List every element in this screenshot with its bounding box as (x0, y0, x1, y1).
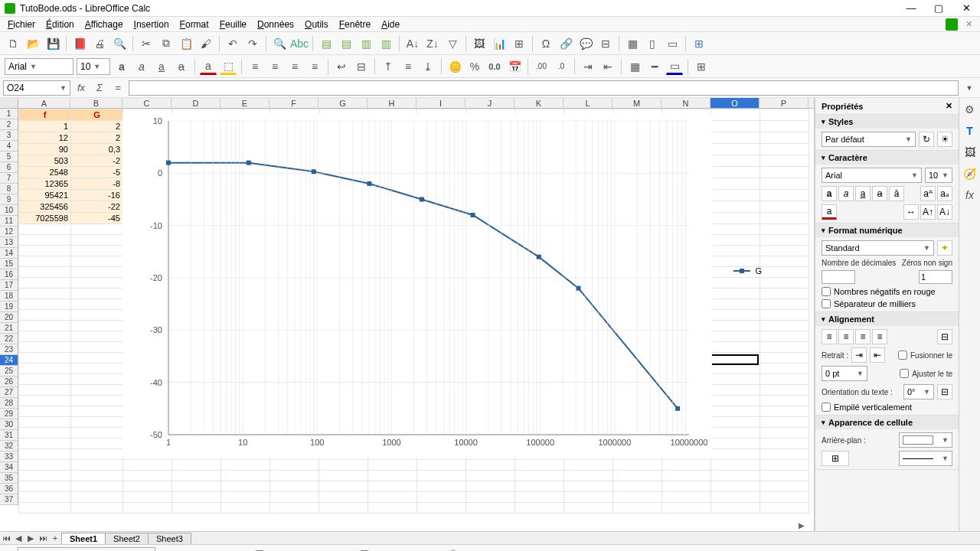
new-style-icon[interactable]: ☀ (937, 132, 952, 147)
cell[interactable] (71, 235, 123, 246)
col-header-K[interactable]: K (514, 98, 564, 108)
underline-icon[interactable]: a (153, 58, 170, 75)
spellcheck-icon[interactable]: Abc (291, 35, 308, 52)
row-header-12[interactable]: 12 (0, 227, 18, 237)
cell[interactable] (71, 353, 123, 364)
cell[interactable]: 0,3 (71, 144, 123, 155)
border-color-icon[interactable]: ▭ (666, 58, 683, 75)
cell[interactable] (71, 299, 123, 310)
cell[interactable] (760, 278, 809, 289)
dec-add-icon[interactable]: .00 (533, 58, 550, 75)
cell[interactable] (711, 201, 760, 213)
cell[interactable] (368, 503, 417, 514)
cell[interactable] (662, 481, 711, 492)
cell[interactable] (19, 503, 71, 514)
row-header-10[interactable]: 10 (0, 205, 18, 216)
borders-icon[interactable]: ▦ (626, 58, 643, 75)
cell[interactable] (760, 385, 809, 396)
menu-format[interactable]: Format (175, 18, 214, 31)
close-doc-icon[interactable]: ✕ (961, 18, 977, 31)
print-preview-icon[interactable]: 🔍 (111, 35, 128, 52)
row-header-21[interactable]: 21 (0, 323, 18, 334)
cell[interactable]: G (71, 109, 123, 121)
cell[interactable] (71, 224, 123, 235)
row-header-33[interactable]: 33 (0, 452, 18, 462)
merge-icon[interactable]: ⊟ (353, 58, 370, 75)
cell[interactable] (172, 503, 221, 514)
sb-sub-icon[interactable]: aₐ (937, 186, 952, 201)
cell[interactable] (71, 428, 123, 439)
styles-panel-icon[interactable]: T (962, 122, 978, 139)
col-header-P[interactable]: P (760, 98, 808, 108)
menu-feuille[interactable]: Feuille (215, 18, 251, 31)
formula-bar[interactable] (129, 80, 959, 96)
cell[interactable]: 2 (71, 121, 123, 132)
col-header-B[interactable]: B (70, 98, 122, 108)
cell[interactable] (71, 364, 123, 374)
properties-panel-icon[interactable]: ⚙ (962, 101, 978, 118)
cell[interactable] (71, 374, 123, 385)
cell[interactable] (711, 503, 760, 514)
sb-shrink-icon[interactable]: A↓ (937, 204, 952, 220)
cell[interactable] (270, 503, 319, 514)
appearance-section-head[interactable]: Apparence de cellule (815, 416, 959, 429)
cell[interactable] (760, 396, 809, 406)
cell[interactable] (760, 460, 809, 471)
row-header-17[interactable]: 17 (0, 280, 18, 291)
tab-next-icon[interactable]: ▶ (24, 533, 37, 543)
pivot-icon[interactable]: ⊞ (511, 35, 528, 52)
cell[interactable] (613, 460, 662, 471)
font-color-icon[interactable]: a (200, 58, 217, 75)
numfmt-section-head[interactable]: Format numérique (815, 223, 959, 237)
cell[interactable] (613, 471, 662, 481)
cell[interactable] (760, 289, 809, 299)
cell[interactable] (760, 310, 809, 321)
cell[interactable] (711, 417, 760, 428)
cell[interactable] (711, 289, 760, 299)
cell[interactable] (172, 481, 221, 492)
cell[interactable] (19, 353, 71, 364)
cell[interactable] (711, 246, 760, 256)
border-line-combo[interactable]: ▼ (899, 451, 952, 466)
row-header-1[interactable]: 1 (0, 109, 18, 119)
strike-icon[interactable]: a (173, 58, 190, 75)
col-delete-icon[interactable]: ▥ (377, 35, 394, 52)
cell[interactable] (760, 374, 809, 385)
cell[interactable] (760, 439, 809, 449)
cell[interactable] (760, 342, 809, 353)
row-header-18[interactable]: 18 (0, 291, 18, 302)
cell[interactable] (760, 190, 809, 201)
cell[interactable] (123, 481, 172, 492)
italic-icon[interactable]: a (133, 58, 150, 75)
col-insert-icon[interactable]: ▥ (358, 35, 374, 52)
row-header-34[interactable]: 34 (0, 462, 18, 473)
update-style-icon[interactable]: ↻ (919, 132, 934, 147)
find-input[interactable]: Rechercher▼ (18, 547, 155, 552)
row-header-11[interactable]: 11 (0, 216, 18, 227)
chart-icon[interactable]: 📊 (491, 35, 508, 52)
row-header-32[interactable]: 32 (0, 441, 18, 452)
cell[interactable] (711, 278, 760, 289)
sb-strike-icon[interactable]: a (872, 186, 887, 201)
maximize-button[interactable]: ▢ (929, 2, 948, 14)
cell[interactable] (71, 331, 123, 342)
sb-size-combo[interactable]: 10▼ (925, 168, 952, 183)
cell[interactable] (417, 492, 466, 503)
bold-icon[interactable]: a (113, 58, 130, 75)
cell[interactable] (564, 471, 613, 481)
thousands-checkbox[interactable]: Séparateur de milliers (822, 299, 952, 308)
indent-combo[interactable]: 0 pt▼ (822, 366, 867, 381)
name-box[interactable]: O24▼ (3, 80, 70, 96)
cell[interactable] (19, 492, 71, 503)
row-header-3[interactable]: 3 (0, 130, 18, 141)
cell[interactable] (613, 492, 662, 503)
cell[interactable] (711, 364, 760, 374)
print-icon[interactable]: 🖨 (91, 35, 108, 52)
cell[interactable] (760, 267, 809, 278)
cell[interactable] (71, 481, 123, 492)
cell[interactable] (19, 417, 71, 428)
paste-icon[interactable]: 📋 (178, 35, 194, 52)
cell[interactable] (319, 460, 368, 471)
cell[interactable]: 1 (19, 121, 71, 132)
cell[interactable] (71, 503, 123, 514)
